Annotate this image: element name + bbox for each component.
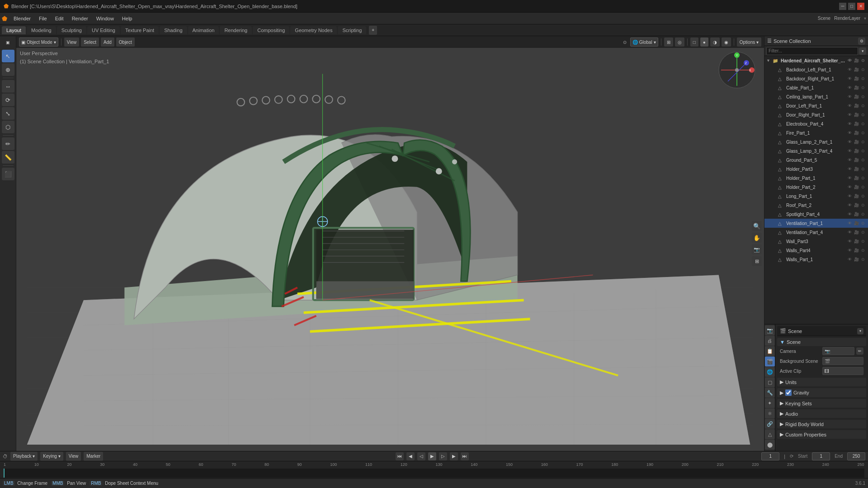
current-frame-input[interactable]: [761, 452, 779, 460]
outliner-search-input[interactable]: [766, 47, 858, 55]
camera-restrict-icon[interactable]: 🎥: [853, 76, 859, 81]
measure-tool[interactable]: 📏: [2, 151, 14, 164]
render-icon[interactable]: ⊙: [860, 67, 866, 72]
add-menu[interactable]: Add: [101, 38, 114, 47]
camera-restrict-icon[interactable]: 🎥: [853, 203, 859, 207]
transform-tool[interactable]: ⬡: [2, 121, 14, 133]
render-icon[interactable]: ⊙: [860, 212, 866, 216]
camera-restrict-icon[interactable]: 🎥: [853, 248, 859, 253]
tab-layout[interactable]: Layout: [2, 26, 26, 34]
active-clip-value[interactable]: 🎞: [822, 367, 863, 375]
end-frame-input[interactable]: [847, 452, 865, 460]
camera-restrict-icon[interactable]: 🎥: [853, 131, 859, 135]
visibility-icon[interactable]: 👁: [846, 176, 853, 180]
background-scene-value[interactable]: 🎬: [822, 357, 863, 365]
view-menu[interactable]: View: [64, 38, 80, 47]
jump-start-button[interactable]: ⏮: [396, 452, 404, 460]
tree-item[interactable]: △ Glass_Lamp_2_Part_1 👁 🎥 ⊙: [764, 137, 868, 146]
camera-restrict-icon[interactable]: 🎥: [853, 122, 859, 126]
snap-toggle[interactable]: ⊞: [664, 38, 673, 47]
camera-restrict-icon[interactable]: 🎥: [853, 58, 859, 63]
tab-sculpting[interactable]: Sculpting: [57, 26, 86, 34]
tree-item[interactable]: △ Electrobox_Part_4 👁 🎥 ⊙: [764, 119, 868, 128]
visibility-icon[interactable]: 👁: [846, 103, 853, 108]
object-mode-dropdown[interactable]: ▣ Object Mode ▾: [19, 38, 58, 47]
visibility-icon[interactable]: 👁: [846, 158, 853, 162]
render-icon[interactable]: ⊙: [860, 176, 866, 180]
menu-edit[interactable]: Edit: [52, 15, 67, 22]
play-button[interactable]: ▶: [428, 452, 436, 460]
visibility-icon[interactable]: 👁: [846, 212, 853, 216]
tree-item[interactable]: △ Ventilation_Part_4 👁 🎥 ⊙: [764, 228, 868, 237]
shading-wire[interactable]: □: [690, 38, 698, 47]
shading-material[interactable]: ◑: [710, 38, 720, 47]
visibility-icon[interactable]: 👁: [846, 203, 853, 207]
grid-button[interactable]: ⊞: [752, 256, 762, 266]
menu-blender[interactable]: Blender: [10, 15, 34, 22]
render-icon[interactable]: ⊙: [860, 94, 866, 99]
prop-world-icon[interactable]: 🌐: [765, 367, 775, 377]
prop-scene-icon[interactable]: 🎬: [765, 357, 775, 366]
visibility-icon[interactable]: 👁: [846, 185, 853, 189]
tree-item[interactable]: △ Ventilation_Part_1 👁 🎥 ⊙: [764, 219, 868, 228]
camera-restrict-icon[interactable]: 🎥: [853, 85, 859, 90]
camera-value[interactable]: 📷: [822, 347, 854, 355]
close-button[interactable]: ✕: [857, 3, 864, 10]
start-frame-input[interactable]: [812, 452, 830, 460]
render-icon[interactable]: ⊙: [860, 203, 866, 207]
viewport-3d[interactable]: ▣ Object Mode ▾ View Select Add Object ⊙…: [16, 36, 764, 451]
visibility-icon[interactable]: 👁: [846, 149, 853, 153]
keying-sets-section-header[interactable]: ▶ Keying Sets: [777, 399, 866, 408]
visibility-icon[interactable]: 👁: [846, 257, 853, 262]
global-transform-dropdown[interactable]: 🌐 Global ▾: [630, 38, 658, 47]
prop-modifier-icon[interactable]: 🔧: [765, 388, 775, 398]
visibility-icon[interactable]: 👁: [846, 94, 853, 99]
visibility-icon[interactable]: 👁: [846, 239, 853, 244]
viewport-options[interactable]: Options ▾: [737, 38, 761, 47]
camera-restrict-icon[interactable]: 🎥: [853, 176, 859, 180]
camera-restrict-icon[interactable]: 🎥: [853, 239, 859, 244]
visibility-icon[interactable]: 👁: [846, 122, 853, 126]
camera-restrict-icon[interactable]: 🎥: [853, 230, 859, 235]
render-icon[interactable]: ⊙: [860, 113, 866, 117]
next-frame-button[interactable]: ▷: [439, 452, 447, 460]
shading-render[interactable]: ◉: [722, 38, 731, 47]
tree-item[interactable]: △ Holder_Part3 👁 🎥 ⊙: [764, 164, 868, 174]
audio-section-header[interactable]: ▶ Audio: [777, 409, 866, 418]
prop-physics-icon[interactable]: ⚛: [765, 408, 775, 418]
visibility-icon[interactable]: 👁: [846, 140, 853, 144]
prop-particles-icon[interactable]: ✦: [765, 398, 775, 408]
render-icon[interactable]: ⊙: [860, 76, 866, 81]
visibility-icon[interactable]: 👁: [846, 131, 853, 135]
tree-item[interactable]: △ Fire_Part_1 👁 🎥 ⊙: [764, 128, 868, 137]
camera-restrict-icon[interactable]: 🎥: [853, 185, 859, 189]
camera-restrict-icon[interactable]: 🎥: [853, 221, 859, 225]
tree-item[interactable]: △ Wall_Part3 👁 🎥 ⊙: [764, 237, 868, 246]
visibility-icon[interactable]: 👁: [846, 194, 853, 198]
select-menu[interactable]: Select: [81, 38, 99, 47]
camera-restrict-icon[interactable]: 🎥: [853, 140, 859, 144]
render-icon[interactable]: ⊙: [860, 167, 866, 171]
tree-item[interactable]: △ Walls_Part_1 👁 🎥 ⊙: [764, 255, 868, 264]
render-icon[interactable]: ⊙: [860, 230, 866, 235]
visibility-icon[interactable]: 👁: [846, 76, 853, 81]
scene-props-options[interactable]: ▾: [857, 328, 863, 334]
move-tool[interactable]: ↔: [2, 80, 14, 93]
camera-restrict-icon[interactable]: 🎥: [853, 103, 859, 108]
camera-restrict-icon[interactable]: 🎥: [853, 167, 859, 171]
prop-data-icon[interactable]: △: [765, 429, 775, 439]
camera-restrict-icon[interactable]: 🎥: [853, 67, 859, 72]
gravity-section-header[interactable]: ▶ Gravity: [777, 388, 866, 397]
tree-item[interactable]: △ Roof_Part_2 👁 🎥 ⊙: [764, 201, 868, 210]
outliner-filter-button[interactable]: ⚙: [858, 38, 865, 45]
render-icon[interactable]: ⊙: [860, 194, 866, 198]
tab-texture-paint[interactable]: Texture Paint: [121, 26, 159, 34]
prop-view-layer-icon[interactable]: 📋: [765, 346, 775, 356]
menu-help[interactable]: Help: [118, 15, 136, 22]
tab-shading[interactable]: Shading: [160, 26, 187, 34]
tab-scripting[interactable]: Scripting: [338, 26, 366, 34]
tree-item[interactable]: △ Holder_Part_2 👁 🎥 ⊙: [764, 183, 868, 192]
render-icon[interactable]: ⊙: [860, 239, 866, 244]
render-icon[interactable]: ⊙: [860, 131, 866, 135]
prev-frame-button[interactable]: ◁: [417, 452, 425, 460]
